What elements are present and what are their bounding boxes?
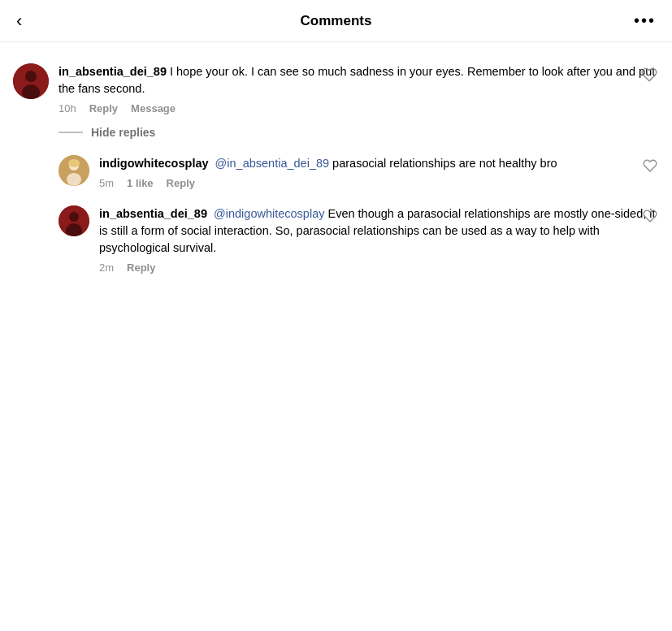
comment-time: 10h [59,102,76,115]
like-button[interactable] [641,67,657,87]
reply-comment: indigowhitecosplay @in_absentia_dei_89 p… [0,147,672,197]
comment-actions: 2m Reply [99,261,659,274]
hide-replies-text[interactable]: Hide replies [91,126,155,139]
comment-actions: 10h Reply Message [59,102,659,115]
message-button[interactable]: Message [131,102,176,115]
avatar [59,155,89,186]
like-button[interactable] [643,209,657,227]
reply-comment: in_absentia_dei_89 @indigowhitecosplay E… [0,197,672,282]
comment-actions: 5m 1 like Reply [99,177,659,189]
comment-item: in_absentia_dei_89I hope your ok. I can … [0,55,672,123]
comment-content: parasocial relationships are not healthy… [332,157,557,170]
like-button[interactable] [643,158,657,177]
header: ‹ Comments ••• [0,0,672,42]
comment-body: in_absentia_dei_89 @indigowhitecosplay E… [99,205,659,274]
back-button[interactable]: ‹ [16,12,22,30]
comment-text: in_absentia_dei_89 @indigowhitecosplay E… [99,205,659,257]
comment-username: in_absentia_dei_89 [99,207,207,220]
avatar [13,63,49,99]
comment-text: in_absentia_dei_89I hope your ok. I can … [59,63,659,97]
comment-body: indigowhitecosplay @in_absentia_dei_89 p… [99,155,659,189]
reply-button[interactable]: Reply [89,102,118,115]
comment-username: indigowhitecosplay [99,157,209,170]
svg-point-5 [68,159,80,167]
hide-replies-line [59,132,83,133]
page-title: Comments [301,13,372,29]
comment-mention: @indigowhitecosplay [214,207,324,220]
avatar [59,205,89,236]
more-options-button[interactable]: ••• [634,11,656,30]
comment-body: in_absentia_dei_89I hope your ok. I can … [59,63,659,115]
comment-text: indigowhitecosplay @in_absentia_dei_89 p… [99,155,659,172]
comment-likes: 1 like [127,177,154,189]
comment-time: 5m [99,177,114,189]
reply-button[interactable]: Reply [127,261,155,274]
comment-username: in_absentia_dei_89 [59,65,167,78]
comments-list: in_absentia_dei_89I hope your ok. I can … [0,42,672,295]
comment-time: 2m [99,261,114,274]
svg-point-8 [69,212,79,222]
comment-mention: @in_absentia_dei_89 [215,157,330,170]
hide-replies[interactable]: Hide replies [0,123,672,147]
svg-point-1 [25,71,37,82]
svg-point-6 [67,173,81,186]
reply-button[interactable]: Reply [167,177,195,189]
